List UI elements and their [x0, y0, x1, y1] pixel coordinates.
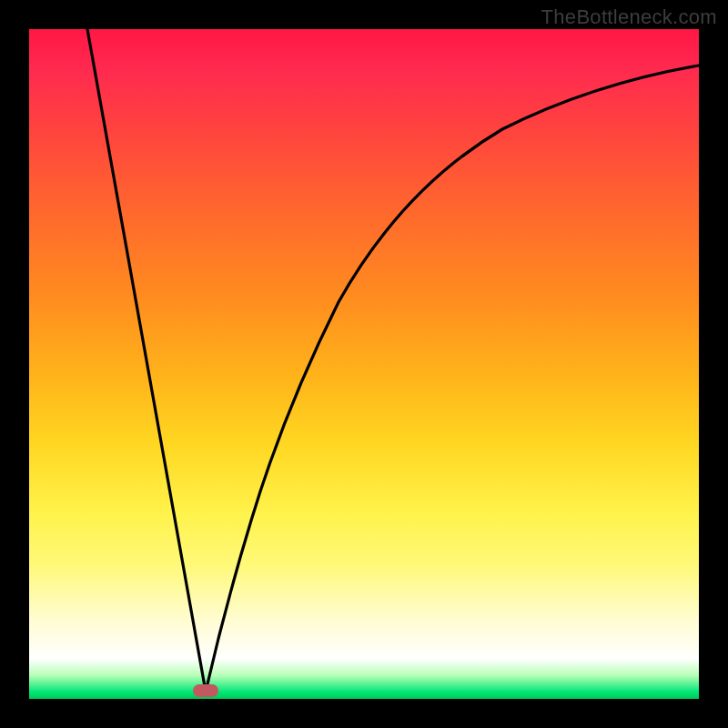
bottleneck-curve [29, 29, 699, 699]
chart-frame: TheBottleneck.com [0, 0, 728, 728]
curve-left-branch [87, 29, 206, 692]
curve-right-branch [206, 66, 699, 692]
apex-marker [193, 684, 218, 697]
watermark-text: TheBottleneck.com [541, 5, 717, 29]
plot-area [29, 29, 699, 699]
